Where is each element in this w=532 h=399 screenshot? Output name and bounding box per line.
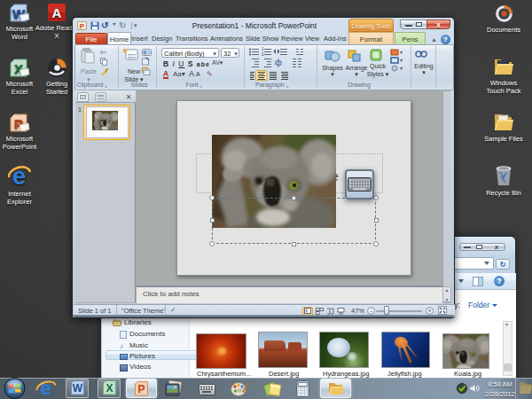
svg-text:X: X — [106, 382, 113, 395]
svg-text:1: 1 — [262, 47, 264, 51]
svg-text:2: 2 — [262, 52, 264, 57]
svg-text:W: W — [73, 382, 83, 395]
svg-text:A: A — [52, 5, 62, 20]
svg-text:P: P — [137, 383, 145, 395]
